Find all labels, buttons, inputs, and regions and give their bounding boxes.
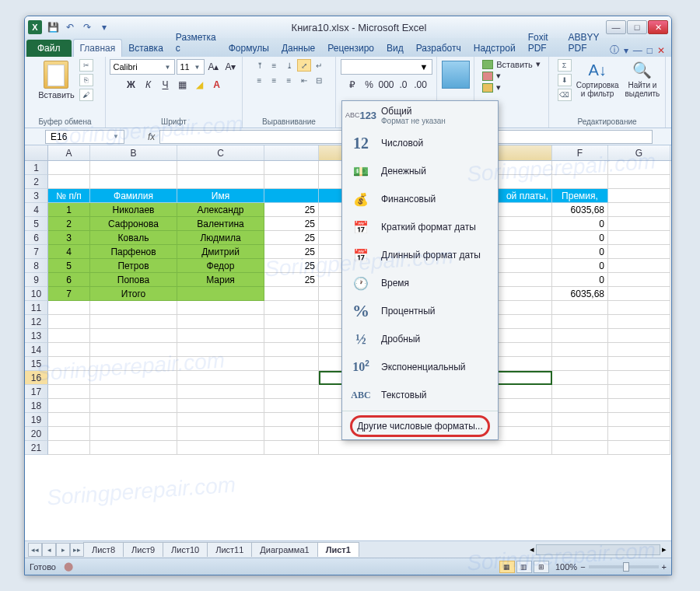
help-icon[interactable]: ⓘ (610, 44, 619, 57)
grid-cell[interactable] (552, 175, 608, 189)
grid-cell[interactable] (48, 175, 90, 189)
format-painter-icon[interactable]: 🖌 (79, 89, 93, 101)
grid-cell[interactable] (177, 301, 264, 315)
view-pagebreak-icon[interactable]: ⊞ (534, 561, 549, 573)
grid-cell[interactable]: Петров (90, 259, 177, 273)
grid-cell[interactable] (48, 343, 90, 357)
grid-cell[interactable]: Николаев (90, 203, 177, 217)
col-header-b[interactable]: B (90, 145, 177, 160)
grid-cell[interactable]: Людмила (177, 231, 264, 245)
grid-cell[interactable] (48, 329, 90, 343)
row-header[interactable]: 20 (25, 427, 48, 441)
grid-cell[interactable] (90, 427, 177, 441)
grid-cell[interactable] (90, 329, 177, 343)
format-currency[interactable]: 💵 Денежный (342, 157, 498, 185)
tab-addins[interactable]: Надстрой (467, 40, 522, 57)
grid-cell[interactable]: Дмитрий (177, 245, 264, 259)
undo-icon[interactable]: ↶ (62, 20, 78, 34)
grid-cell[interactable]: 6035,68 (552, 287, 608, 301)
row-header[interactable]: 8 (25, 259, 48, 273)
col-header-g[interactable]: G (608, 145, 670, 160)
col-header-c[interactable]: C (177, 145, 264, 160)
grid-cell[interactable] (177, 329, 264, 343)
row-header[interactable]: 16 (25, 371, 48, 385)
grid-cell[interactable] (552, 301, 608, 315)
fx-icon[interactable]: fx (148, 131, 155, 142)
align-middle-icon[interactable]: ≡ (268, 59, 282, 72)
format-accounting[interactable]: 💰 Финансовый (342, 185, 498, 213)
save-icon[interactable]: 💾 (45, 20, 61, 34)
zoom-slider[interactable] (589, 565, 659, 568)
number-format-combo[interactable]: ▼ (341, 59, 432, 75)
grid-cell[interactable] (177, 343, 264, 357)
grid-cell[interactable] (264, 189, 319, 203)
format-text[interactable]: ABC Текстовый (342, 381, 498, 409)
wrap-text-icon[interactable]: ↵ (312, 59, 326, 72)
grid-cell[interactable] (177, 385, 264, 399)
row-header[interactable]: 17 (25, 385, 48, 399)
grid-cell[interactable] (552, 399, 608, 413)
grid-cell[interactable] (608, 371, 670, 385)
sheet-nav-prev[interactable]: ◂ (42, 543, 56, 557)
grid-cell[interactable]: 0 (552, 259, 608, 273)
grid-cell[interactable]: 25 (264, 273, 319, 287)
grid-cell[interactable]: 6035,68 (552, 203, 608, 217)
grid-cell[interactable]: 0 (552, 217, 608, 231)
merge-icon[interactable]: ⊟ (312, 74, 326, 86)
tab-insert[interactable]: Вставка (122, 40, 170, 57)
grid-cell[interactable] (552, 385, 608, 399)
align-left-icon[interactable]: ≡ (253, 74, 267, 86)
format-shortdate[interactable]: 📅 Краткий формат даты (342, 213, 498, 241)
grid-cell[interactable] (264, 287, 319, 301)
grid-cell[interactable] (48, 357, 90, 371)
grow-font-icon[interactable]: A▴ (206, 59, 222, 75)
grid-cell[interactable] (264, 385, 319, 399)
select-all-corner[interactable] (25, 145, 48, 160)
currency-icon[interactable]: ₽ (345, 77, 360, 93)
grid-cell[interactable] (608, 175, 670, 189)
grid-cell[interactable] (48, 301, 90, 315)
grid-cell[interactable] (608, 399, 670, 413)
grid-cell[interactable] (177, 427, 264, 441)
grid-cell[interactable] (608, 385, 670, 399)
grid-cell[interactable] (90, 175, 177, 189)
align-right-icon[interactable]: ≡ (282, 74, 296, 86)
tab-data[interactable]: Данные (275, 40, 321, 57)
grid-cell[interactable]: № п/п (48, 189, 90, 203)
grid-cell[interactable] (90, 301, 177, 315)
grid-cell[interactable] (264, 371, 319, 385)
sheet-nav-last[interactable]: ▸▸ (70, 543, 84, 557)
col-header-d[interactable] (264, 145, 319, 160)
grid-cell[interactable] (552, 371, 608, 385)
col-header-f[interactable]: F (552, 145, 608, 160)
grid-cell[interactable] (608, 245, 670, 259)
font-name-combo[interactable]: Calibri▼ (110, 59, 175, 75)
grid-cell[interactable] (608, 217, 670, 231)
grid-cell[interactable] (608, 189, 670, 203)
hscroll-right-icon[interactable]: ▸ (662, 544, 667, 555)
grid-cell[interactable]: Попова (90, 273, 177, 287)
grid-cell[interactable] (264, 399, 319, 413)
comma-icon[interactable]: 000 (379, 77, 394, 93)
copy-icon[interactable]: ⎘ (79, 74, 93, 86)
fill-color-icon[interactable]: ◢ (192, 77, 208, 93)
view-normal-icon[interactable]: ▦ (499, 561, 515, 573)
grid-cell[interactable] (48, 161, 90, 175)
grid-cell[interactable] (608, 343, 670, 357)
grid-cell[interactable] (264, 427, 319, 441)
grid-cell[interactable] (608, 427, 670, 441)
row-header[interactable]: 3 (25, 189, 48, 203)
grid-cell[interactable] (264, 441, 319, 455)
col-header-a[interactable]: A (48, 145, 90, 160)
grid-cell[interactable]: Федор (177, 259, 264, 273)
format-longdate[interactable]: 📅 Длинный формат даты (342, 241, 498, 269)
grid-cell[interactable] (552, 315, 608, 329)
maximize-button[interactable]: □ (627, 20, 647, 34)
grid-cell[interactable]: Фамилия (90, 189, 177, 203)
grid-cell[interactable]: Парфенов (90, 245, 177, 259)
grid-cell[interactable] (90, 399, 177, 413)
view-layout-icon[interactable]: ▥ (516, 561, 532, 573)
grid-cell[interactable]: 5 (48, 259, 90, 273)
grid-cell[interactable] (264, 301, 319, 315)
grid-cell[interactable] (48, 399, 90, 413)
